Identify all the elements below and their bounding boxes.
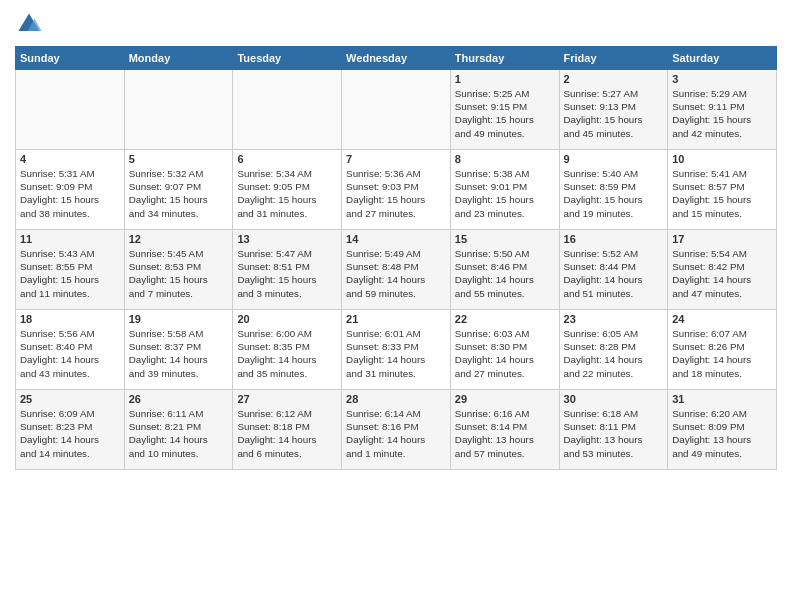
- weekday-header-friday: Friday: [559, 47, 668, 70]
- calendar-week-2: 4Sunrise: 5:31 AM Sunset: 9:09 PM Daylig…: [16, 150, 777, 230]
- day-number: 9: [564, 153, 664, 165]
- calendar-cell: 2Sunrise: 5:27 AM Sunset: 9:13 PM Daylig…: [559, 70, 668, 150]
- day-number: 28: [346, 393, 446, 405]
- calendar-cell: 8Sunrise: 5:38 AM Sunset: 9:01 PM Daylig…: [450, 150, 559, 230]
- day-info: Sunrise: 6:14 AM Sunset: 8:16 PM Dayligh…: [346, 407, 446, 460]
- day-info: Sunrise: 5:56 AM Sunset: 8:40 PM Dayligh…: [20, 327, 120, 380]
- calendar-cell: 16Sunrise: 5:52 AM Sunset: 8:44 PM Dayli…: [559, 230, 668, 310]
- day-info: Sunrise: 5:50 AM Sunset: 8:46 PM Dayligh…: [455, 247, 555, 300]
- calendar-week-1: 1Sunrise: 5:25 AM Sunset: 9:15 PM Daylig…: [16, 70, 777, 150]
- calendar-cell: 4Sunrise: 5:31 AM Sunset: 9:09 PM Daylig…: [16, 150, 125, 230]
- calendar-week-4: 18Sunrise: 5:56 AM Sunset: 8:40 PM Dayli…: [16, 310, 777, 390]
- day-number: 10: [672, 153, 772, 165]
- page: SundayMondayTuesdayWednesdayThursdayFrid…: [0, 0, 792, 612]
- day-info: Sunrise: 5:45 AM Sunset: 8:53 PM Dayligh…: [129, 247, 229, 300]
- day-info: Sunrise: 5:27 AM Sunset: 9:13 PM Dayligh…: [564, 87, 664, 140]
- day-number: 17: [672, 233, 772, 245]
- calendar-cell: 1Sunrise: 5:25 AM Sunset: 9:15 PM Daylig…: [450, 70, 559, 150]
- calendar-cell: 10Sunrise: 5:41 AM Sunset: 8:57 PM Dayli…: [668, 150, 777, 230]
- day-number: 27: [237, 393, 337, 405]
- calendar-cell: 30Sunrise: 6:18 AM Sunset: 8:11 PM Dayli…: [559, 390, 668, 470]
- logo: [15, 10, 47, 38]
- day-number: 7: [346, 153, 446, 165]
- day-number: 1: [455, 73, 555, 85]
- day-number: 30: [564, 393, 664, 405]
- day-info: Sunrise: 5:36 AM Sunset: 9:03 PM Dayligh…: [346, 167, 446, 220]
- calendar-cell: 28Sunrise: 6:14 AM Sunset: 8:16 PM Dayli…: [342, 390, 451, 470]
- day-info: Sunrise: 6:01 AM Sunset: 8:33 PM Dayligh…: [346, 327, 446, 380]
- day-number: 16: [564, 233, 664, 245]
- calendar-cell: 7Sunrise: 5:36 AM Sunset: 9:03 PM Daylig…: [342, 150, 451, 230]
- day-number: 18: [20, 313, 120, 325]
- day-number: 3: [672, 73, 772, 85]
- calendar-cell: 12Sunrise: 5:45 AM Sunset: 8:53 PM Dayli…: [124, 230, 233, 310]
- calendar-cell: 3Sunrise: 5:29 AM Sunset: 9:11 PM Daylig…: [668, 70, 777, 150]
- calendar-cell: [233, 70, 342, 150]
- calendar-cell: 6Sunrise: 5:34 AM Sunset: 9:05 PM Daylig…: [233, 150, 342, 230]
- calendar-table: SundayMondayTuesdayWednesdayThursdayFrid…: [15, 46, 777, 470]
- day-number: 14: [346, 233, 446, 245]
- calendar-cell: 5Sunrise: 5:32 AM Sunset: 9:07 PM Daylig…: [124, 150, 233, 230]
- day-info: Sunrise: 5:38 AM Sunset: 9:01 PM Dayligh…: [455, 167, 555, 220]
- day-number: 12: [129, 233, 229, 245]
- day-number: 20: [237, 313, 337, 325]
- calendar-cell: 25Sunrise: 6:09 AM Sunset: 8:23 PM Dayli…: [16, 390, 125, 470]
- calendar-cell: [124, 70, 233, 150]
- calendar-week-3: 11Sunrise: 5:43 AM Sunset: 8:55 PM Dayli…: [16, 230, 777, 310]
- day-info: Sunrise: 6:18 AM Sunset: 8:11 PM Dayligh…: [564, 407, 664, 460]
- day-info: Sunrise: 5:41 AM Sunset: 8:57 PM Dayligh…: [672, 167, 772, 220]
- weekday-header-tuesday: Tuesday: [233, 47, 342, 70]
- logo-icon: [15, 10, 43, 38]
- day-number: 19: [129, 313, 229, 325]
- calendar-cell: 22Sunrise: 6:03 AM Sunset: 8:30 PM Dayli…: [450, 310, 559, 390]
- day-info: Sunrise: 6:05 AM Sunset: 8:28 PM Dayligh…: [564, 327, 664, 380]
- day-number: 15: [455, 233, 555, 245]
- day-number: 4: [20, 153, 120, 165]
- day-number: 2: [564, 73, 664, 85]
- header: [15, 10, 777, 38]
- calendar-cell: 13Sunrise: 5:47 AM Sunset: 8:51 PM Dayli…: [233, 230, 342, 310]
- day-number: 13: [237, 233, 337, 245]
- day-info: Sunrise: 6:09 AM Sunset: 8:23 PM Dayligh…: [20, 407, 120, 460]
- calendar-cell: 23Sunrise: 6:05 AM Sunset: 8:28 PM Dayli…: [559, 310, 668, 390]
- day-info: Sunrise: 6:00 AM Sunset: 8:35 PM Dayligh…: [237, 327, 337, 380]
- calendar-week-5: 25Sunrise: 6:09 AM Sunset: 8:23 PM Dayli…: [16, 390, 777, 470]
- calendar-cell: 31Sunrise: 6:20 AM Sunset: 8:09 PM Dayli…: [668, 390, 777, 470]
- day-info: Sunrise: 5:40 AM Sunset: 8:59 PM Dayligh…: [564, 167, 664, 220]
- day-info: Sunrise: 6:07 AM Sunset: 8:26 PM Dayligh…: [672, 327, 772, 380]
- day-number: 24: [672, 313, 772, 325]
- calendar-cell: 29Sunrise: 6:16 AM Sunset: 8:14 PM Dayli…: [450, 390, 559, 470]
- weekday-header-sunday: Sunday: [16, 47, 125, 70]
- weekday-header-wednesday: Wednesday: [342, 47, 451, 70]
- day-info: Sunrise: 5:54 AM Sunset: 8:42 PM Dayligh…: [672, 247, 772, 300]
- day-number: 5: [129, 153, 229, 165]
- day-number: 23: [564, 313, 664, 325]
- weekday-header-saturday: Saturday: [668, 47, 777, 70]
- calendar-cell: 15Sunrise: 5:50 AM Sunset: 8:46 PM Dayli…: [450, 230, 559, 310]
- calendar-cell: 9Sunrise: 5:40 AM Sunset: 8:59 PM Daylig…: [559, 150, 668, 230]
- calendar-cell: 27Sunrise: 6:12 AM Sunset: 8:18 PM Dayli…: [233, 390, 342, 470]
- day-number: 31: [672, 393, 772, 405]
- day-info: Sunrise: 6:20 AM Sunset: 8:09 PM Dayligh…: [672, 407, 772, 460]
- day-info: Sunrise: 5:29 AM Sunset: 9:11 PM Dayligh…: [672, 87, 772, 140]
- calendar-cell: 20Sunrise: 6:00 AM Sunset: 8:35 PM Dayli…: [233, 310, 342, 390]
- day-number: 25: [20, 393, 120, 405]
- day-number: 22: [455, 313, 555, 325]
- day-info: Sunrise: 5:47 AM Sunset: 8:51 PM Dayligh…: [237, 247, 337, 300]
- day-number: 29: [455, 393, 555, 405]
- day-info: Sunrise: 6:16 AM Sunset: 8:14 PM Dayligh…: [455, 407, 555, 460]
- calendar-cell: 21Sunrise: 6:01 AM Sunset: 8:33 PM Dayli…: [342, 310, 451, 390]
- calendar-cell: 24Sunrise: 6:07 AM Sunset: 8:26 PM Dayli…: [668, 310, 777, 390]
- day-info: Sunrise: 5:58 AM Sunset: 8:37 PM Dayligh…: [129, 327, 229, 380]
- weekday-header-monday: Monday: [124, 47, 233, 70]
- day-info: Sunrise: 5:52 AM Sunset: 8:44 PM Dayligh…: [564, 247, 664, 300]
- calendar-cell: [16, 70, 125, 150]
- day-info: Sunrise: 5:25 AM Sunset: 9:15 PM Dayligh…: [455, 87, 555, 140]
- calendar-cell: 11Sunrise: 5:43 AM Sunset: 8:55 PM Dayli…: [16, 230, 125, 310]
- day-number: 21: [346, 313, 446, 325]
- weekday-header-thursday: Thursday: [450, 47, 559, 70]
- day-info: Sunrise: 6:11 AM Sunset: 8:21 PM Dayligh…: [129, 407, 229, 460]
- day-info: Sunrise: 5:32 AM Sunset: 9:07 PM Dayligh…: [129, 167, 229, 220]
- day-info: Sunrise: 5:31 AM Sunset: 9:09 PM Dayligh…: [20, 167, 120, 220]
- calendar-cell: 17Sunrise: 5:54 AM Sunset: 8:42 PM Dayli…: [668, 230, 777, 310]
